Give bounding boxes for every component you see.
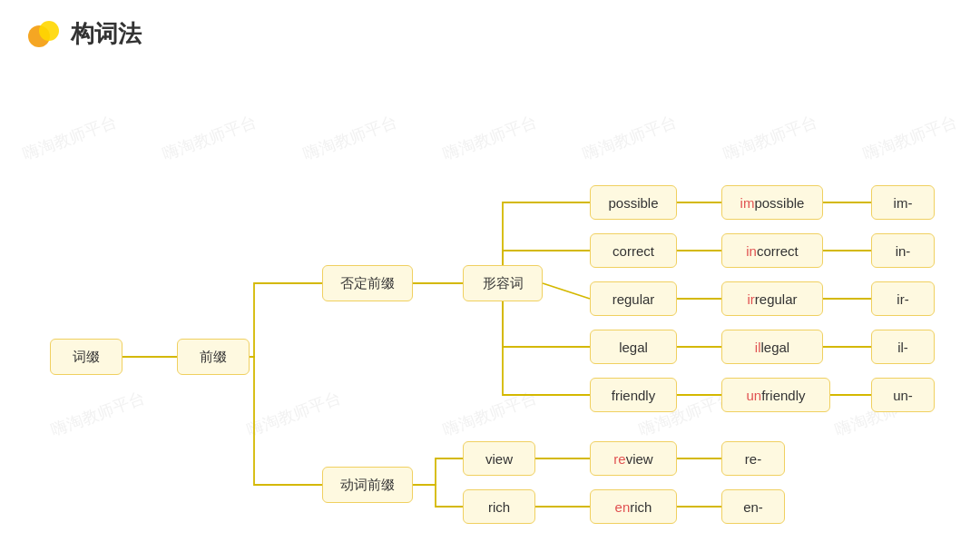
node-impossible: impossible	[721, 185, 823, 220]
node-in-: in-	[871, 233, 935, 268]
logo-icon	[27, 16, 62, 51]
node-fouding: 否定前缀	[322, 265, 413, 301]
node-unfriendly: unfriendly	[721, 378, 830, 412]
node-illegal: illegal	[721, 330, 823, 364]
node-im-: im-	[871, 185, 935, 220]
node-correct: correct	[590, 233, 677, 268]
node-view: view	[463, 441, 535, 476]
node-dongciqianzhui: 动词前缀	[322, 467, 413, 503]
node-enrich: enrich	[590, 489, 677, 524]
node-un-: un-	[871, 378, 935, 412]
lines-svg	[0, 67, 980, 548]
node-re-: re-	[721, 441, 785, 476]
node-il-: il-	[871, 330, 935, 364]
node-rich: rich	[463, 489, 535, 524]
node-friendly: friendly	[590, 378, 677, 412]
node-incorrect: incorrect	[721, 233, 823, 268]
diagram: 词缀 前缀 否定前缀 形容词 动词前缀 possible correct reg…	[0, 67, 980, 548]
node-legal: legal	[590, 330, 677, 364]
header: 构词法	[0, 0, 980, 67]
node-irregular: irregular	[721, 281, 823, 316]
node-en-: en-	[721, 489, 785, 524]
node-possible: possible	[590, 185, 677, 220]
node-cifou: 词缀	[50, 339, 122, 375]
node-xingronci: 形容词	[463, 265, 543, 301]
node-review: review	[590, 441, 677, 476]
node-ir-: ir-	[871, 281, 935, 316]
node-regular: regular	[590, 281, 677, 316]
svg-line-4	[543, 283, 590, 299]
node-qianzhui: 前缀	[177, 339, 250, 375]
page-title: 构词法	[71, 18, 142, 50]
svg-point-1	[39, 21, 59, 41]
